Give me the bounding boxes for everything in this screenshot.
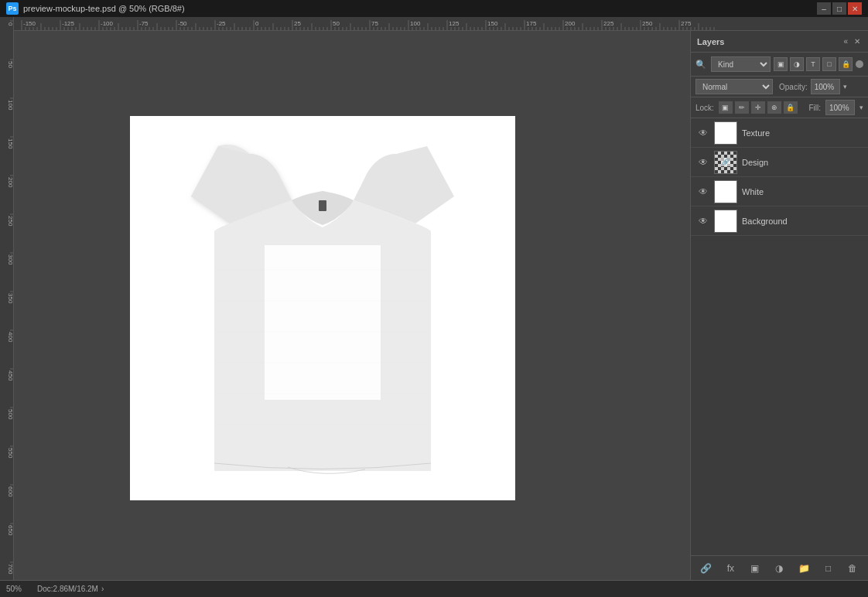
doc-size-value: 2.86M/16.2M: [53, 585, 98, 593]
ruler-left: [0, 17, 14, 580]
svg-rect-1: [265, 245, 381, 400]
text-filter-icon[interactable]: T: [806, 57, 820, 71]
fill-input[interactable]: [825, 100, 855, 115]
svg-rect-0: [319, 200, 326, 211]
layers-panel: Layers « ✕ 🔍 Kind ▣ ◑ T □ 🔒 Normal Op: [690, 31, 868, 580]
layer-item[interactable]: 👁 🔗 Design: [691, 148, 868, 177]
layers-panel-header: Layers « ✕: [691, 31, 868, 53]
tshirt-svg: [179, 131, 466, 486]
adjustment-layer-button[interactable]: ◑: [771, 560, 788, 577]
layer-thumb-background: [714, 210, 737, 233]
ruler-top-canvas: [14, 17, 868, 31]
layers-bottom-toolbar: 🔗 fx ▣ ◑ 📁 □ 🗑: [691, 555, 868, 580]
filter-kind-select[interactable]: Kind: [711, 56, 771, 72]
layer-item[interactable]: 👁 Texture: [691, 118, 868, 148]
eye-icon: 👁: [699, 157, 708, 168]
new-group-button[interactable]: 📁: [795, 560, 812, 577]
layer-thumb-white: [714, 180, 737, 203]
status-arrow: ›: [101, 585, 104, 593]
opacity-label: Opacity:: [779, 83, 808, 91]
add-mask-button[interactable]: ▣: [747, 560, 764, 577]
close-button[interactable]: ✕: [848, 2, 862, 15]
window-controls: – □ ✕: [817, 2, 862, 15]
minimize-button[interactable]: –: [817, 2, 831, 15]
adjustment-filter-icon[interactable]: ◑: [790, 57, 804, 71]
panel-controls: « ✕: [842, 36, 862, 47]
status-bar: 50% Doc: 2.86M/16.2M ›: [0, 580, 868, 597]
filter-toggle-dot[interactable]: [856, 60, 863, 68]
layer-visibility-design[interactable]: 👁: [695, 155, 711, 170]
window-title: preview-mockup-tee.psd @ 50% (RGB/8#): [23, 4, 817, 13]
layers-filter-row: 🔍 Kind ▣ ◑ T □ 🔒: [691, 53, 868, 77]
lock-label: Lock:: [695, 104, 714, 112]
fill-label: Fill:: [808, 104, 821, 112]
layers-panel-title: Layers: [697, 37, 724, 46]
app-icon: Ps: [6, 2, 19, 15]
canvas-document: [130, 116, 515, 500]
smartobj-filter-icon[interactable]: 🔒: [839, 57, 853, 71]
eye-icon: 👁: [699, 128, 708, 138]
lock-move-icon[interactable]: ✛: [751, 101, 765, 114]
fill-arrow: ▾: [859, 104, 863, 111]
title-bar: Ps preview-mockup-tee.psd @ 50% (RGB/8#)…: [0, 0, 868, 17]
tshirt-container: [130, 116, 515, 500]
opacity-input[interactable]: [811, 79, 840, 94]
new-layer-button[interactable]: □: [820, 560, 837, 577]
panel-close-button[interactable]: ✕: [853, 36, 862, 47]
panel-collapse-button[interactable]: «: [842, 36, 849, 47]
link-layers-button[interactable]: 🔗: [698, 560, 715, 577]
eye-icon: 👁: [699, 186, 708, 197]
zoom-level: 50%: [6, 585, 22, 593]
layer-thumb-texture: [714, 121, 737, 145]
blend-opacity-row: Normal Opacity: ▾: [691, 77, 868, 97]
blend-mode-select[interactable]: Normal: [695, 79, 773, 94]
layer-thumb-design: 🔗: [714, 151, 737, 174]
search-icon: 🔍: [695, 60, 706, 70]
lock-fill-row: Lock: ▣ ✏ ✛ ⊕ 🔒 Fill: ▾: [691, 97, 868, 118]
layer-effects-button[interactable]: fx: [722, 560, 739, 577]
layer-item[interactable]: 👁 White: [691, 177, 868, 206]
layers-list: 👁 Texture 👁 🔗 Design 👁 White 👁: [691, 118, 868, 555]
canvas-area: [14, 31, 690, 580]
filter-icons: ▣ ◑ T □ 🔒: [774, 57, 853, 71]
layer-name-white: White: [742, 187, 863, 196]
layer-name-texture: Texture: [742, 128, 863, 138]
opacity-arrow: ▾: [843, 83, 847, 90]
lock-all-icon[interactable]: 🔒: [784, 101, 798, 114]
layer-item[interactable]: 👁 Background: [691, 206, 868, 236]
layer-name-background: Background: [742, 217, 863, 226]
delete-layer-button[interactable]: 🗑: [844, 560, 861, 577]
layer-visibility-background[interactable]: 👁: [695, 213, 711, 229]
lock-paint-icon[interactable]: ✏: [735, 101, 749, 114]
doc-size-label: Doc:: [37, 585, 53, 593]
lock-artboard-icon[interactable]: ⊕: [767, 101, 781, 114]
eye-icon: 👁: [699, 216, 708, 227]
maximize-button[interactable]: □: [832, 2, 846, 15]
ruler-top: [14, 17, 868, 31]
lock-icons: ▣ ✏ ✛ ⊕ 🔒: [719, 101, 798, 114]
pixel-filter-icon[interactable]: ▣: [774, 57, 788, 71]
layer-name-design: Design: [742, 158, 863, 167]
layer-visibility-white[interactable]: 👁: [695, 184, 711, 200]
shape-filter-icon[interactable]: □: [822, 57, 836, 71]
layer-visibility-texture[interactable]: 👁: [695, 125, 711, 141]
lock-pixel-icon[interactable]: ▣: [719, 101, 733, 114]
ruler-left-canvas: [0, 17, 14, 580]
